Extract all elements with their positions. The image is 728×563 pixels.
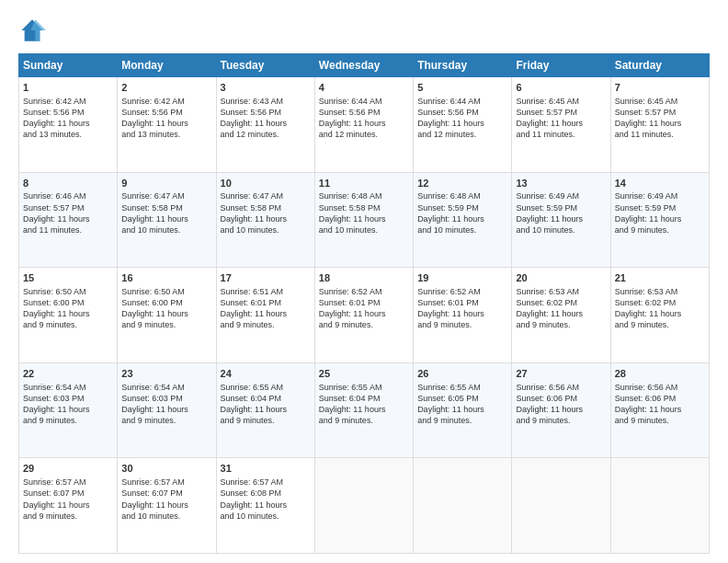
calendar-day-cell: 2Sunrise: 6:42 AMSunset: 5:56 PMDaylight… bbox=[118, 77, 216, 173]
day-number: 26 bbox=[417, 367, 507, 381]
day-number: 17 bbox=[221, 271, 311, 285]
calendar-day-cell bbox=[512, 458, 610, 554]
day-number: 28 bbox=[615, 367, 705, 381]
calendar-day-cell: 27Sunrise: 6:56 AMSunset: 6:06 PMDayligh… bbox=[512, 362, 610, 458]
day-number: 21 bbox=[615, 271, 705, 285]
day-number: 19 bbox=[417, 271, 507, 285]
day-number: 3 bbox=[221, 81, 311, 95]
day-number: 29 bbox=[23, 462, 113, 476]
calendar-day-cell: 5Sunrise: 6:44 AMSunset: 5:56 PMDaylight… bbox=[414, 77, 512, 173]
day-number: 5 bbox=[417, 81, 507, 95]
calendar-day-cell: 28Sunrise: 6:56 AMSunset: 6:06 PMDayligh… bbox=[610, 362, 709, 458]
calendar-table: SundayMondayTuesdayWednesdayThursdayFrid… bbox=[18, 53, 710, 554]
day-number: 11 bbox=[319, 177, 409, 190]
logo bbox=[18, 17, 50, 44]
header bbox=[18, 17, 710, 44]
calendar-day-cell: 31Sunrise: 6:57 AMSunset: 6:08 PMDayligh… bbox=[216, 458, 314, 554]
day-number: 4 bbox=[319, 81, 409, 95]
day-number: 6 bbox=[516, 81, 606, 95]
calendar-week-row: 29Sunrise: 6:57 AMSunset: 6:07 PMDayligh… bbox=[19, 458, 710, 554]
calendar-day-cell: 7Sunrise: 6:45 AMSunset: 5:57 PMDaylight… bbox=[610, 77, 709, 173]
calendar-day-cell: 30Sunrise: 6:57 AMSunset: 6:07 PMDayligh… bbox=[118, 458, 216, 554]
calendar-day-cell: 23Sunrise: 6:54 AMSunset: 6:03 PMDayligh… bbox=[118, 362, 216, 458]
day-number: 20 bbox=[516, 271, 606, 285]
calendar-header-cell: Wednesday bbox=[314, 54, 413, 77]
calendar-header-cell: Sunday bbox=[19, 54, 118, 77]
calendar-day-cell: 17Sunrise: 6:51 AMSunset: 6:01 PMDayligh… bbox=[216, 268, 314, 363]
calendar-day-cell: 20Sunrise: 6:53 AMSunset: 6:02 PMDayligh… bbox=[512, 268, 610, 363]
day-number: 1 bbox=[23, 81, 113, 95]
calendar-day-cell bbox=[314, 458, 413, 554]
calendar-header-cell: Tuesday bbox=[216, 54, 314, 77]
calendar-day-cell: 26Sunrise: 6:55 AMSunset: 6:05 PMDayligh… bbox=[414, 362, 512, 458]
calendar-header-cell: Saturday bbox=[610, 54, 709, 77]
calendar-day-cell: 25Sunrise: 6:55 AMSunset: 6:04 PMDayligh… bbox=[314, 362, 413, 458]
calendar-day-cell: 6Sunrise: 6:45 AMSunset: 5:57 PMDaylight… bbox=[512, 77, 610, 173]
calendar-day-cell: 4Sunrise: 6:44 AMSunset: 5:56 PMDaylight… bbox=[314, 77, 413, 173]
day-number: 7 bbox=[615, 81, 705, 95]
calendar-day-cell: 1Sunrise: 6:42 AMSunset: 5:56 PMDaylight… bbox=[19, 77, 118, 173]
day-number: 15 bbox=[23, 271, 113, 285]
day-number: 16 bbox=[121, 271, 211, 285]
calendar-day-cell: 10Sunrise: 6:47 AMSunset: 5:58 PMDayligh… bbox=[216, 172, 314, 268]
calendar-header-row: SundayMondayTuesdayWednesdayThursdayFrid… bbox=[19, 54, 710, 77]
day-number: 13 bbox=[516, 177, 606, 190]
day-number: 12 bbox=[417, 177, 507, 190]
calendar-day-cell: 22Sunrise: 6:54 AMSunset: 6:03 PMDayligh… bbox=[19, 362, 118, 458]
day-number: 27 bbox=[516, 367, 606, 381]
calendar-header-cell: Monday bbox=[118, 54, 216, 77]
day-number: 25 bbox=[319, 367, 409, 381]
day-number: 18 bbox=[319, 271, 409, 285]
calendar-day-cell: 8Sunrise: 6:46 AMSunset: 5:57 PMDaylight… bbox=[19, 172, 118, 268]
day-number: 8 bbox=[23, 177, 113, 190]
day-number: 23 bbox=[121, 367, 211, 381]
calendar-week-row: 8Sunrise: 6:46 AMSunset: 5:57 PMDaylight… bbox=[19, 172, 710, 268]
day-number: 14 bbox=[615, 177, 705, 190]
calendar-body: 1Sunrise: 6:42 AMSunset: 5:56 PMDaylight… bbox=[19, 77, 710, 554]
day-number: 24 bbox=[221, 367, 311, 381]
calendar-day-cell bbox=[610, 458, 709, 554]
calendar-day-cell: 9Sunrise: 6:47 AMSunset: 5:58 PMDaylight… bbox=[118, 172, 216, 268]
day-number: 2 bbox=[121, 81, 211, 95]
calendar-day-cell: 24Sunrise: 6:55 AMSunset: 6:04 PMDayligh… bbox=[216, 362, 314, 458]
calendar-week-row: 15Sunrise: 6:50 AMSunset: 6:00 PMDayligh… bbox=[19, 268, 710, 363]
day-number: 9 bbox=[121, 177, 211, 190]
day-number: 31 bbox=[221, 462, 311, 476]
calendar-day-cell: 19Sunrise: 6:52 AMSunset: 6:01 PMDayligh… bbox=[414, 268, 512, 363]
logo-icon bbox=[18, 17, 46, 44]
calendar-day-cell: 15Sunrise: 6:50 AMSunset: 6:00 PMDayligh… bbox=[19, 268, 118, 363]
calendar-day-cell: 14Sunrise: 6:49 AMSunset: 5:59 PMDayligh… bbox=[610, 172, 709, 268]
calendar-day-cell bbox=[414, 458, 512, 554]
calendar-header-cell: Thursday bbox=[414, 54, 512, 77]
calendar-day-cell: 11Sunrise: 6:48 AMSunset: 5:58 PMDayligh… bbox=[314, 172, 413, 268]
calendar-week-row: 1Sunrise: 6:42 AMSunset: 5:56 PMDaylight… bbox=[19, 77, 710, 173]
day-number: 22 bbox=[23, 367, 113, 381]
calendar-day-cell: 29Sunrise: 6:57 AMSunset: 6:07 PMDayligh… bbox=[19, 458, 118, 554]
page: SundayMondayTuesdayWednesdayThursdayFrid… bbox=[0, 0, 728, 563]
calendar-day-cell: 16Sunrise: 6:50 AMSunset: 6:00 PMDayligh… bbox=[118, 268, 216, 363]
calendar-day-cell: 3Sunrise: 6:43 AMSunset: 5:56 PMDaylight… bbox=[216, 77, 314, 173]
calendar-week-row: 22Sunrise: 6:54 AMSunset: 6:03 PMDayligh… bbox=[19, 362, 710, 458]
calendar-day-cell: 12Sunrise: 6:48 AMSunset: 5:59 PMDayligh… bbox=[414, 172, 512, 268]
calendar-day-cell: 18Sunrise: 6:52 AMSunset: 6:01 PMDayligh… bbox=[314, 268, 413, 363]
calendar-day-cell: 13Sunrise: 6:49 AMSunset: 5:59 PMDayligh… bbox=[512, 172, 610, 268]
calendar-day-cell: 21Sunrise: 6:53 AMSunset: 6:02 PMDayligh… bbox=[610, 268, 709, 363]
day-number: 10 bbox=[221, 177, 311, 190]
day-number: 30 bbox=[121, 462, 211, 476]
calendar-header-cell: Friday bbox=[512, 54, 610, 77]
